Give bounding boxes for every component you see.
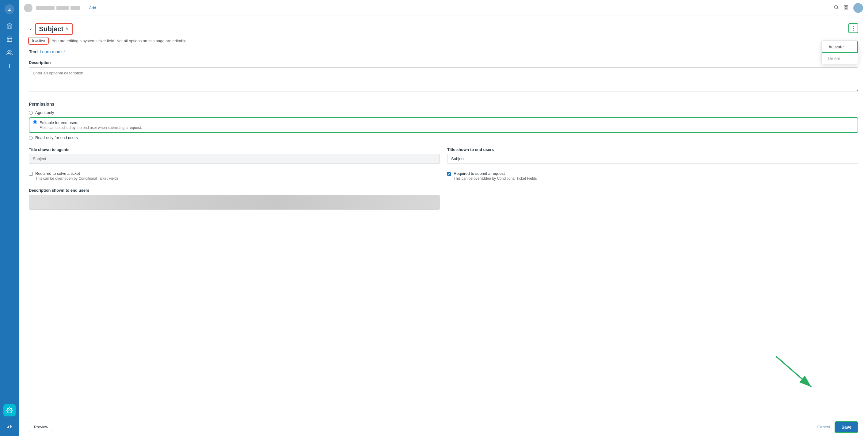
radio-agent-only: Agent only [29,110,858,115]
title-end-users-group: Title shown to end users [447,147,858,164]
radio-editable-end-users-input[interactable] [33,120,37,124]
add-button[interactable]: + Add [86,5,96,10]
field-type-row: Text Learn more ↗ [29,49,858,54]
title-end-users-label: Title shown to end users [447,147,858,152]
svg-rect-13 [844,8,846,9]
sidebar-logo: Z [4,4,15,15]
svg-point-10 [834,5,838,9]
field-title-area: ‹ Subject ✎ [29,23,73,35]
main-area: + Add ‹ Subject ✎ ⋮ [19,0,868,436]
required-submit-sublabel: This can be overridden by Conditional Ti… [454,176,537,181]
description-label: Description [29,60,858,65]
dropdown-menu: Activate Delete [822,40,858,64]
radio-editable-end-users-container: Editable for end users Field can be edit… [29,117,858,133]
external-link-icon: ↗ [63,49,65,54]
title-agents-input [29,154,440,164]
save-button[interactable]: Save [835,421,858,433]
required-solve-option: Required to solve a ticket This can be o… [29,171,440,181]
radio-editable-end-users-sublabel: Field can be edited by the end user when… [39,126,142,130]
required-submit-checkbox[interactable] [447,172,451,176]
required-submit-option: Required to submit a request This can be… [447,171,858,181]
sidebar-item-customers[interactable] [3,46,16,59]
grid-icon[interactable] [843,5,848,11]
radio-readonly-end-users-label: Read-only for end users [35,135,78,140]
radio-agent-only-input[interactable] [29,111,33,115]
search-icon[interactable] [834,5,839,11]
sidebar-item-tickets[interactable] [3,33,16,45]
sidebar-item-settings[interactable] [3,404,16,416]
learn-more-link[interactable]: Learn more ↗ [40,49,66,54]
permissions-title: Permissions [29,102,858,106]
field-title-box: Subject ✎ [35,23,72,35]
svg-line-16 [776,357,811,387]
content-area: ‹ Subject ✎ ⋮ Inactive You are editing a… [19,16,868,417]
svg-rect-2 [7,37,12,42]
svg-rect-14 [846,8,848,9]
description-textarea[interactable] [29,67,858,92]
title-fields-row: Title shown to agents Title shown to end… [29,147,858,164]
edit-title-icon[interactable]: ✎ [65,27,69,32]
svg-rect-11 [844,5,846,7]
field-header: ‹ Subject ✎ ⋮ [29,23,858,35]
more-options-button[interactable]: ⋮ [848,23,858,33]
topbar-right [834,3,863,13]
required-fields-row: Required to solve a ticket This can be o… [29,171,858,181]
svg-text:Z: Z [8,7,11,12]
more-icon: ⋮ [850,25,856,32]
sidebar-item-reporting[interactable] [3,60,16,72]
green-arrow-annotation [764,350,819,393]
preview-button[interactable]: Preview [29,422,53,432]
permissions-section: Permissions Agent only Editable for end … [29,102,858,140]
sidebar-item-zendesk[interactable] [3,420,16,432]
svg-point-5 [8,51,10,53]
logo-icon: Z [5,4,14,14]
required-submit-label: Required to submit a request [454,171,537,176]
topbar-avatar-1 [24,4,32,12]
status-message: You are editing a system ticket field. N… [52,39,188,43]
zendesk-logo-icon [6,423,13,430]
status-badge: Inactive [29,37,48,44]
field-type-label: Text [29,49,38,54]
sidebar-item-home[interactable] [3,20,16,32]
sidebar: Z [0,0,19,436]
field-title-text: Subject [39,25,63,33]
status-row: Inactive You are editing a system ticket… [29,37,858,44]
footer-right: Cancel Save [817,421,858,433]
footer: Preview Cancel Save [19,417,868,436]
delete-button: Delete [822,53,858,64]
svg-rect-12 [846,5,848,7]
desc-end-users-label: Description shown to end users [29,188,440,193]
sidebar-bottom [3,404,16,432]
title-agents-label: Title shown to agents [29,147,440,152]
cancel-button[interactable]: Cancel [817,425,830,429]
breadcrumb [36,6,80,10]
desc-end-users-section: Description shown to end users [29,188,443,210]
user-avatar[interactable] [853,3,863,13]
title-agents-group: Title shown to agents [29,147,440,164]
title-end-users-input[interactable] [447,154,858,164]
required-solve-checkbox[interactable] [29,172,33,176]
svg-point-9 [9,410,10,411]
required-solve-label: Required to solve a ticket [35,171,118,176]
desc-end-users-area [29,195,440,210]
topbar: + Add [19,0,868,16]
activate-button[interactable]: Activate [822,41,858,53]
back-button[interactable]: ‹ [29,25,33,33]
required-solve-sublabel: This can be overridden by Conditional Ti… [35,176,118,181]
radio-readonly-end-users-input[interactable] [29,136,33,140]
radio-editable-end-users-label: Editable for end users [39,120,142,125]
radio-readonly-end-users: Read-only for end users [29,135,858,140]
radio-agent-only-label: Agent only [35,110,54,115]
